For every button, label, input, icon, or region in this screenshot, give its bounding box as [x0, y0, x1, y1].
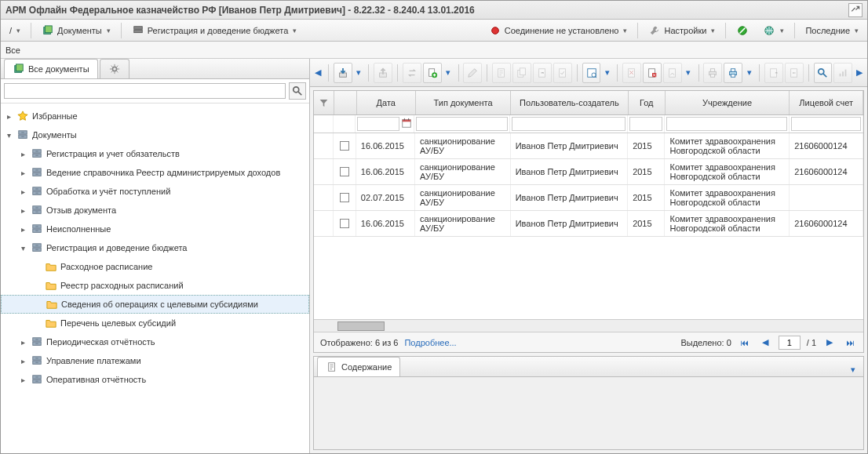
toggle-icon[interactable]: ▸ — [18, 338, 27, 347]
row-checkbox[interactable] — [340, 193, 349, 202]
tree-node[interactable]: ▸Регистрация и учет обязательств — [1, 144, 309, 163]
tree-node[interactable]: ▸Ведение справочника Реестр администриру… — [1, 163, 309, 182]
tb-sign-menu[interactable]: ▾ — [684, 67, 694, 78]
tree-node[interactable]: Расходное расписание — [1, 257, 309, 276]
search-input[interactable] — [4, 83, 286, 99]
toggle-icon[interactable]: ▸ — [18, 357, 27, 365]
toggle-icon[interactable]: ▸ — [4, 112, 13, 121]
more-link[interactable]: Подробнее... — [404, 338, 456, 347]
page-last[interactable]: ⏭ — [843, 336, 857, 350]
tb-send[interactable] — [764, 63, 783, 83]
col-filter[interactable] — [314, 91, 334, 114]
menu-registration[interactable]: Регистрация и доведение бюджета — [126, 22, 303, 39]
menu-dropdown[interactable]: / — [4, 24, 26, 38]
toggle-icon[interactable]: ▸ — [18, 376, 27, 384]
toggle-icon[interactable]: ▸ — [18, 187, 27, 196]
tb-doc2[interactable] — [512, 63, 531, 83]
tb-exchange[interactable] — [403, 63, 421, 83]
tree-node[interactable]: ▸Оперативная отчётность — [1, 370, 309, 389]
menu-recent[interactable]: Последние — [800, 24, 864, 38]
scroll-thumb[interactable] — [337, 321, 385, 331]
filter-acc[interactable] — [791, 117, 861, 131]
col-acc[interactable]: Лицевой счет — [790, 91, 863, 114]
toggle-icon[interactable]: ▸ — [18, 169, 27, 177]
tree-node[interactable]: ▸Управление платежами — [1, 351, 309, 370]
tb-del1[interactable] — [622, 63, 641, 83]
page-input[interactable] — [779, 336, 801, 350]
page-next[interactable]: ▶ — [822, 336, 837, 350]
tb-new[interactable] — [423, 63, 442, 83]
filter-date[interactable] — [357, 117, 399, 131]
tree-node[interactable]: ▾Регистрация и доведение бюджета — [1, 238, 309, 257]
expand-button[interactable] — [848, 3, 863, 17]
tab-gear[interactable] — [100, 59, 129, 78]
toggle-icon[interactable]: ▸ — [18, 225, 27, 234]
tb-view-menu[interactable]: ▾ — [602, 67, 612, 78]
table-row[interactable]: 16.06.2015санкционирование АУ/БУИванов П… — [314, 211, 863, 237]
tb-doc3[interactable] — [533, 63, 552, 83]
page-prev[interactable]: ◀ — [758, 336, 772, 350]
row-checkbox[interactable] — [340, 141, 349, 151]
menu-documents[interactable]: Документы — [36, 22, 116, 39]
tb-new-menu[interactable]: ▾ — [443, 67, 454, 78]
toggle-icon[interactable]: ▸ — [18, 150, 27, 158]
tb-import[interactable] — [334, 63, 352, 83]
tb-edit[interactable] — [463, 63, 482, 83]
filter-user[interactable] — [512, 117, 625, 131]
scroll-right[interactable]: ▶ — [854, 67, 864, 78]
tb-chart[interactable] — [833, 63, 852, 83]
table-row[interactable]: 16.06.2015санкционирование АУ/БУИванов П… — [314, 133, 863, 159]
detail-collapse[interactable]: ▾ — [846, 362, 860, 376]
tree-node[interactable]: ▸Неисполненные — [1, 220, 309, 238]
tb-doc4[interactable] — [553, 63, 572, 83]
tree-node[interactable]: ▾Документы — [1, 125, 309, 144]
tb-view[interactable] — [582, 63, 601, 83]
filter-type[interactable] — [416, 117, 508, 131]
tb-print-list[interactable] — [724, 63, 742, 83]
toggle-icon[interactable]: ▸ — [18, 206, 27, 215]
tb-doc1[interactable] — [492, 63, 511, 83]
page-first[interactable]: ⏮ — [738, 336, 752, 350]
toggle-icon[interactable]: ▾ — [18, 244, 27, 252]
search-button[interactable] — [289, 82, 306, 100]
col-date[interactable]: Дата — [357, 91, 416, 114]
filter-org[interactable] — [666, 117, 787, 131]
toggle-icon[interactable]: ▾ — [4, 131, 13, 140]
tb-print-menu[interactable]: ▾ — [744, 67, 754, 78]
col-check[interactable] — [334, 91, 357, 114]
tree-node[interactable]: Сведения об операциях с целевыми субсиди… — [1, 295, 309, 314]
menu-globe[interactable] — [757, 22, 790, 39]
col-type[interactable]: Тип документа — [416, 91, 511, 114]
menu-settings[interactable]: Настройки — [643, 22, 720, 39]
tb-del2[interactable] — [643, 63, 662, 83]
filter-year[interactable] — [629, 117, 662, 131]
horizontal-scrollbar[interactable] — [314, 319, 863, 332]
tb-export[interactable] — [374, 63, 392, 83]
tree-node[interactable]: ▸Избранные — [1, 107, 309, 125]
tree-node[interactable]: ▸Отзыв документа — [1, 201, 309, 220]
tb-back[interactable] — [785, 63, 804, 83]
tree-node[interactable]: ▸Периодическая отчётность — [1, 332, 309, 351]
tb-print[interactable] — [703, 63, 722, 83]
table-row[interactable]: 16.06.2015санкционирование АУ/БУИванов П… — [314, 159, 863, 185]
tb-find[interactable] — [814, 63, 833, 83]
gear-icon — [108, 63, 121, 75]
tree-node[interactable]: ▸Обработка и учёт поступлений — [1, 182, 309, 201]
menu-connection[interactable]: Соединение не установлено — [483, 22, 633, 39]
tree-label: Регистрация и доведение бюджета — [46, 243, 188, 252]
tree-node[interactable]: Реестр расходных расписаний — [1, 276, 309, 295]
scroll-left[interactable]: ◀ — [313, 67, 323, 78]
menu-block[interactable] — [731, 22, 754, 39]
col-user[interactable]: Пользователь-создатель — [511, 91, 628, 114]
row-checkbox[interactable] — [340, 219, 349, 228]
row-checkbox[interactable] — [340, 167, 349, 176]
col-year[interactable]: Год — [629, 91, 666, 114]
calendar-icon[interactable] — [401, 117, 412, 129]
table-row[interactable]: 02.07.2015санкционирование АУ/БУИванов П… — [314, 185, 863, 211]
col-org[interactable]: Учреждение — [666, 91, 790, 114]
tb-import-menu[interactable]: ▾ — [354, 67, 364, 78]
tree-node[interactable]: Перечень целевых субсидий — [1, 314, 309, 332]
tb-sign[interactable] — [663, 63, 682, 83]
tab-all-documents[interactable]: Все документы — [4, 59, 98, 78]
detail-tab-content[interactable]: Содержание — [317, 357, 400, 376]
